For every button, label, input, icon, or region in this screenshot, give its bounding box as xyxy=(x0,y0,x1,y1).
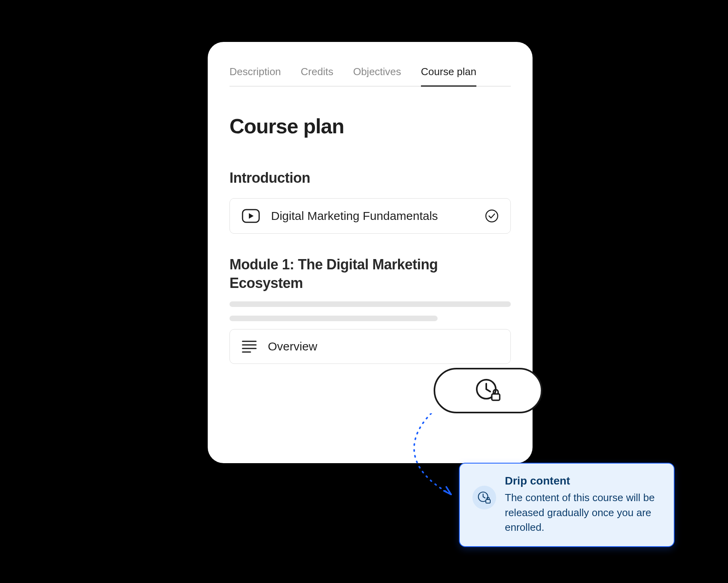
placeholder-line xyxy=(229,301,511,307)
tab-credits[interactable]: Credits xyxy=(301,66,333,86)
section-title-introduction: Introduction xyxy=(229,170,511,186)
tooltip-title: Drip content xyxy=(505,475,661,487)
tab-objectives[interactable]: Objectives xyxy=(353,66,401,86)
lesson-title: Digital Marketing Fundamentals xyxy=(271,209,474,223)
video-icon xyxy=(242,209,260,223)
tooltip-body: The content of this course will be relea… xyxy=(505,490,661,535)
text-icon xyxy=(242,340,257,353)
drip-tooltip: Drip content The content of this course … xyxy=(459,463,675,547)
page-title: Course plan xyxy=(229,114,511,138)
placeholder-lines xyxy=(229,301,511,321)
svg-rect-9 xyxy=(486,500,490,503)
drip-callout-pill xyxy=(434,368,542,413)
lesson-title: Overview xyxy=(268,340,474,353)
lesson-item[interactable]: Digital Marketing Fundamentals xyxy=(229,198,511,234)
section-title-module-1: Module 1: The Digital Marketing Ecosyste… xyxy=(229,256,511,293)
tab-course-plan[interactable]: Course plan xyxy=(421,66,476,86)
clock-lock-icon xyxy=(472,486,496,509)
placeholder-line xyxy=(229,316,438,321)
check-circle-icon xyxy=(485,209,499,223)
tabs: Description Credits Objectives Course pl… xyxy=(229,66,511,87)
clock-lock-icon xyxy=(475,378,501,403)
tooltip-content: Drip content The content of this course … xyxy=(505,475,661,535)
lesson-item[interactable]: Overview xyxy=(229,329,511,364)
svg-point-1 xyxy=(486,210,498,222)
svg-rect-7 xyxy=(492,394,500,400)
tab-description[interactable]: Description xyxy=(229,66,281,86)
